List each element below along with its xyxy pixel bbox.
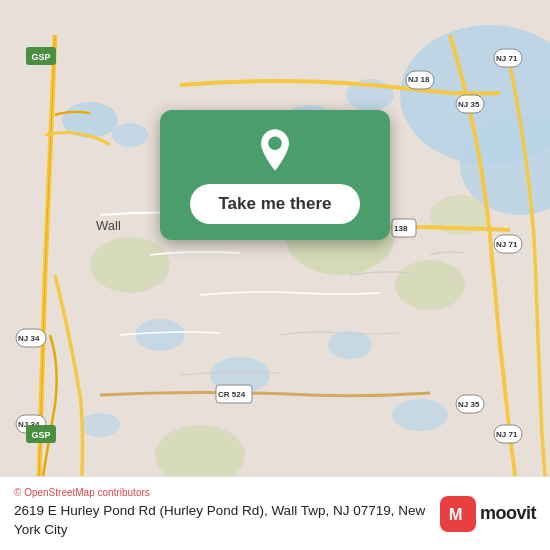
svg-text:NJ 34: NJ 34 xyxy=(18,334,40,343)
location-pin-icon xyxy=(253,128,297,172)
map-container: GSP NJ 18 NJ 71 NJ 71 NJ 71 NJ 35 NJ 35 … xyxy=(0,0,550,550)
svg-text:GSP: GSP xyxy=(31,430,50,440)
svg-text:NJ 71: NJ 71 xyxy=(496,430,518,439)
svg-point-15 xyxy=(395,260,465,310)
take-me-there-button[interactable]: Take me there xyxy=(190,184,359,224)
svg-text:Wall: Wall xyxy=(96,218,121,233)
svg-point-7 xyxy=(135,319,185,351)
svg-point-10 xyxy=(392,399,448,431)
svg-text:NJ 35: NJ 35 xyxy=(458,400,480,409)
svg-point-43 xyxy=(268,136,282,150)
moovit-m-icon: M xyxy=(447,503,469,525)
svg-text:138: 138 xyxy=(394,224,408,233)
svg-text:NJ 35: NJ 35 xyxy=(458,100,480,109)
moovit-text: moovit xyxy=(480,503,536,524)
svg-point-14 xyxy=(90,237,170,293)
overlay-card: Take me there xyxy=(160,110,390,240)
osm-credit: © OpenStreetMap contributors xyxy=(14,487,430,498)
map-svg: GSP NJ 18 NJ 71 NJ 71 NJ 71 NJ 35 NJ 35 … xyxy=(0,0,550,550)
moovit-logo: M moovit xyxy=(440,496,536,532)
svg-text:CR 524: CR 524 xyxy=(218,390,246,399)
svg-text:NJ 71: NJ 71 xyxy=(496,54,518,63)
bottom-bar: © OpenStreetMap contributors 2619 E Hurl… xyxy=(0,476,550,550)
svg-text:NJ 18: NJ 18 xyxy=(408,75,430,84)
svg-point-3 xyxy=(112,123,148,147)
svg-text:NJ 71: NJ 71 xyxy=(496,240,518,249)
svg-text:M: M xyxy=(449,505,463,523)
svg-point-9 xyxy=(328,331,372,359)
svg-text:GSP: GSP xyxy=(31,52,50,62)
moovit-icon-box: M xyxy=(440,496,476,532)
svg-point-11 xyxy=(80,413,120,437)
address-text: 2619 E Hurley Pond Rd (Hurley Pond Rd), … xyxy=(14,502,430,540)
bottom-left: © OpenStreetMap contributors 2619 E Hurl… xyxy=(14,487,430,540)
